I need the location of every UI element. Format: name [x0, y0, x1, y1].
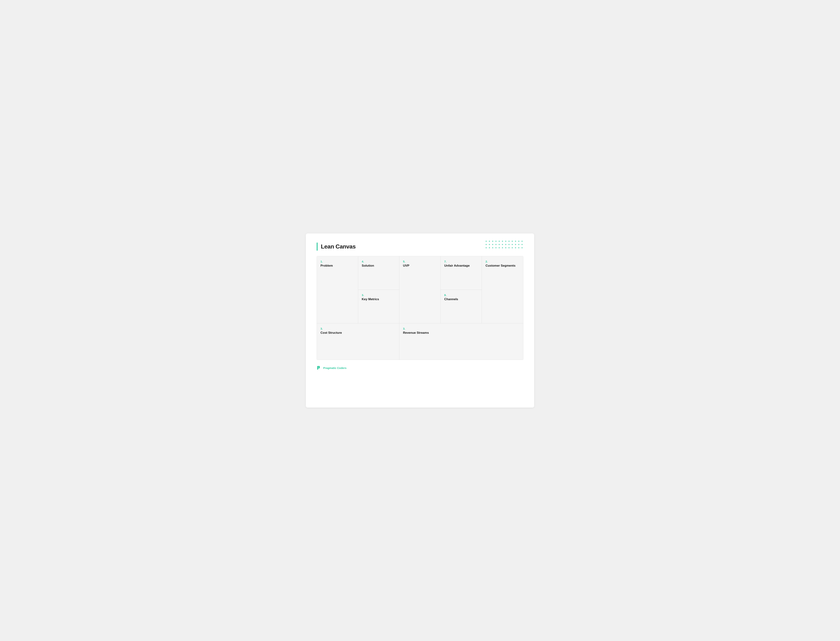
footer: Pragmatic Coders	[317, 365, 523, 370]
channels-number: 8.	[444, 293, 478, 296]
brand-name: Pragmatic	[323, 366, 336, 369]
footer-brand-text: Pragmatic Coders	[323, 366, 346, 369]
unfair-number: 7.	[444, 260, 478, 263]
uvp-title: UVP	[403, 264, 437, 267]
svg-rect-3	[319, 366, 320, 369]
channels-title: Channels	[444, 298, 478, 301]
brand-suffix: Coders	[336, 366, 347, 369]
cell-revenue-streams[interactable]: 3. Revenue Streams	[399, 324, 523, 360]
footer-logo: Pragmatic Coders	[317, 365, 346, 370]
cell-solution[interactable]: 4. Solution	[358, 256, 400, 290]
page-title: Lean Canvas	[321, 243, 356, 250]
cell-problem[interactable]: 1. Problem	[317, 256, 358, 324]
solution-number: 4.	[362, 260, 396, 263]
solution-title: Solution	[362, 264, 396, 267]
customer-title: Customer Segments	[485, 264, 519, 267]
problem-title: Problem	[321, 264, 354, 267]
cell-uvp[interactable]: 5. UVP	[399, 256, 441, 324]
cell-customer-segments[interactable]: 2. Customer Segments	[482, 256, 523, 324]
cell-channels[interactable]: 8. Channels	[441, 290, 482, 324]
uvp-number: 5.	[403, 260, 437, 263]
lean-canvas: 1. Problem 4. Solution 5. UVP 7. Unfair …	[317, 256, 523, 360]
key-metrics-title: Key Metrics	[362, 298, 396, 301]
cost-number: 3.	[321, 327, 395, 330]
cell-cost-structure[interactable]: 3. Cost Structure	[317, 324, 399, 360]
dot-pattern: const dp = document.currentScript.parent…	[486, 241, 523, 249]
page-container: const dp = document.currentScript.parent…	[306, 234, 534, 407]
key-metrics-number: 3.	[362, 293, 396, 296]
problem-number: 1.	[321, 260, 354, 263]
unfair-title: Unfair Advantage	[444, 264, 478, 267]
revenue-number: 3.	[403, 327, 519, 330]
header-bar	[317, 243, 318, 251]
pragmatic-coders-icon	[317, 365, 322, 370]
cost-title: Cost Structure	[321, 331, 395, 335]
cell-key-metrics[interactable]: 3. Key Metrics	[358, 290, 400, 324]
cell-unfair-advantage[interactable]: 7. Unfair Advantage	[441, 256, 482, 290]
customer-number: 2.	[485, 260, 519, 263]
revenue-title: Revenue Streams	[403, 331, 519, 335]
